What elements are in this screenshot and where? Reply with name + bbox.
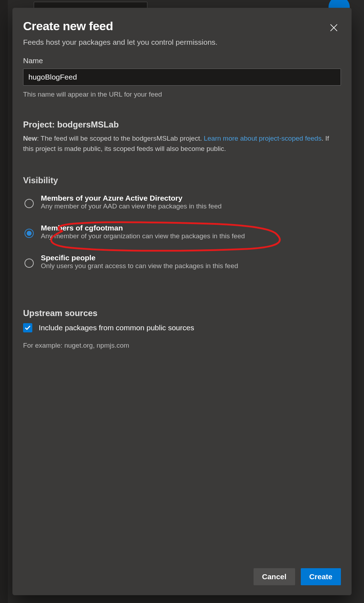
name-label: Name <box>23 56 341 65</box>
close-icon <box>329 28 339 34</box>
close-button[interactable] <box>327 21 341 36</box>
project-new-badge: New <box>23 135 37 142</box>
dialog-title: Create new feed <box>23 19 113 33</box>
upstream-checkbox-row[interactable]: Include packages from common public sour… <box>23 323 341 332</box>
dialog-body: Name This name will appear in the URL fo… <box>12 47 352 561</box>
name-helper: This name will appear in the URL for you… <box>23 91 341 98</box>
visibility-option-desc: Any member of your AAD can view the pack… <box>41 202 222 210</box>
project-section: Project: bodgersMSLab New: The feed will… <box>23 120 341 154</box>
create-feed-dialog: Create new feed Feeds host your packages… <box>12 8 352 595</box>
cancel-button[interactable]: Cancel <box>254 568 295 585</box>
visibility-option-specific[interactable]: Specific people Only users you grant acc… <box>23 250 341 280</box>
radio-icon <box>25 199 34 208</box>
visibility-heading: Visibility <box>23 175 341 185</box>
dialog-header: Create new feed <box>12 8 352 36</box>
visibility-option-title: Members of your Azure Active Directory <box>41 194 183 202</box>
visibility-option-desc: Only users you grant access to can view … <box>41 262 238 270</box>
visibility-option-title: Members of cgfootman <box>41 224 123 232</box>
project-description: New: The feed will be scoped to the bodg… <box>23 133 341 154</box>
upstream-heading: Upstream sources <box>23 308 341 318</box>
project-heading: Project: bodgersMSLab <box>23 120 341 130</box>
visibility-option-org[interactable]: Members of cgfootman Any member of your … <box>23 220 341 250</box>
name-input[interactable] <box>23 69 341 86</box>
visibility-option-aad[interactable]: Members of your Azure Active Directory A… <box>23 190 341 220</box>
dialog-subtitle: Feeds host your packages and let you con… <box>12 36 352 47</box>
visibility-option-title: Specific people <box>41 254 96 262</box>
create-button[interactable]: Create <box>301 568 341 585</box>
upstream-example: For example: nuget.org, npmjs.com <box>23 342 341 349</box>
checkbox-icon <box>23 323 32 332</box>
visibility-radio-group: Members of your Azure Active Directory A… <box>23 190 341 280</box>
visibility-section: Visibility Members of your Azure Active … <box>23 175 341 280</box>
upstream-checkbox-label: Include packages from common public sour… <box>39 324 194 332</box>
project-scope-link[interactable]: Learn more about project-scoped feeds <box>204 135 322 142</box>
upstream-section: Upstream sources Include packages from c… <box>23 308 341 349</box>
project-desc-part1: : The feed will be scoped to the bodgers… <box>37 135 204 142</box>
radio-icon <box>25 259 34 268</box>
dialog-footer: Cancel Create <box>12 561 352 595</box>
radio-icon <box>25 229 34 238</box>
visibility-option-desc: Any member of your organization can view… <box>41 232 245 240</box>
